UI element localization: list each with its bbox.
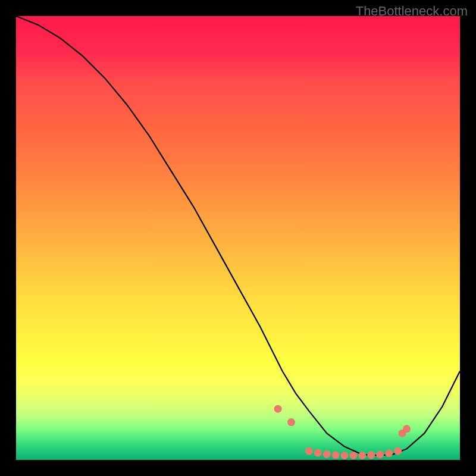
chart-marker [323, 450, 331, 458]
chart-marker [358, 452, 366, 459]
chart-marker [403, 425, 411, 433]
chart-marker [376, 451, 384, 459]
chart-plot-area [16, 16, 460, 460]
chart-marker [350, 452, 358, 459]
chart-marker [367, 451, 375, 459]
chart-svg [16, 16, 460, 460]
chart-marker [287, 418, 295, 426]
chart-marker [305, 447, 313, 455]
chart-marker [314, 449, 322, 457]
chart-marker [341, 452, 349, 459]
chart-marker [332, 451, 340, 459]
chart-marker [394, 447, 402, 455]
watermark-text: TheBottleneck.com [356, 4, 468, 19]
chart-marker [385, 449, 393, 457]
chart-curve [16, 16, 460, 456]
chart-marker [274, 405, 282, 413]
chart-markers [274, 405, 411, 459]
